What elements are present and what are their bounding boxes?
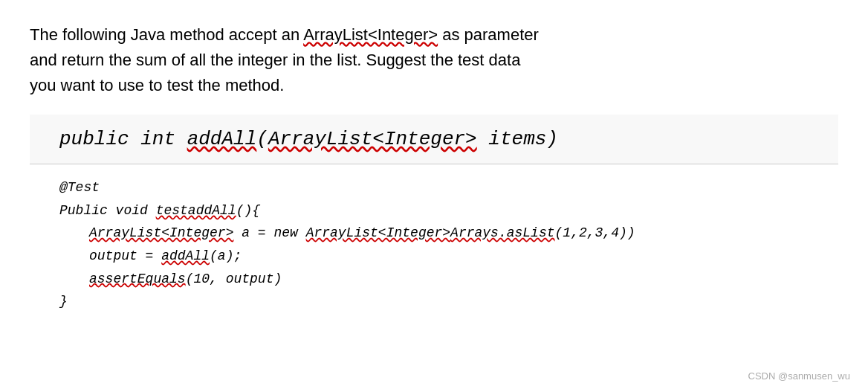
param-arraylist: ArrayList<Integer> xyxy=(268,128,477,150)
keyword-int: int xyxy=(140,128,187,150)
description-line3: you want to use to test the method. xyxy=(30,76,284,94)
code-line-close-brace: } xyxy=(59,290,809,313)
method-signature-block: public int addAll(ArrayList<Integer> ite… xyxy=(30,115,838,164)
description-line2: and return the sum of all the integer in… xyxy=(30,51,520,69)
arraylist-link: ArrayList<Integer> xyxy=(303,25,438,44)
paren-open: ( xyxy=(256,128,268,150)
description-line1-pre: The following Java method accept an xyxy=(30,25,303,44)
code-line-annotation: @Test xyxy=(59,176,809,199)
code-line-assert: assertEquals(10, output) xyxy=(59,268,809,291)
code-line-output: output = addAll(a); xyxy=(59,245,809,268)
param-items: items) xyxy=(477,128,558,150)
main-container: The following Java method accept an Arra… xyxy=(0,0,868,392)
description-paragraph: The following Java method accept an Arra… xyxy=(30,22,838,98)
code-line-method-decl: Public void testaddAll(){ xyxy=(59,199,809,222)
code-line-arraylist-init: ArrayList<Integer> a = new ArrayList<Int… xyxy=(59,222,809,245)
watermark: CSDN @sanmusen_wu xyxy=(748,370,850,382)
code-block: @Test Public void testaddAll(){ ArrayLis… xyxy=(30,164,838,321)
description-line1-post: as parameter xyxy=(438,25,539,44)
keyword-public: public xyxy=(59,128,140,150)
method-name-addAll: addAll xyxy=(187,128,257,150)
method-signature: public int addAll(ArrayList<Integer> ite… xyxy=(59,128,558,150)
